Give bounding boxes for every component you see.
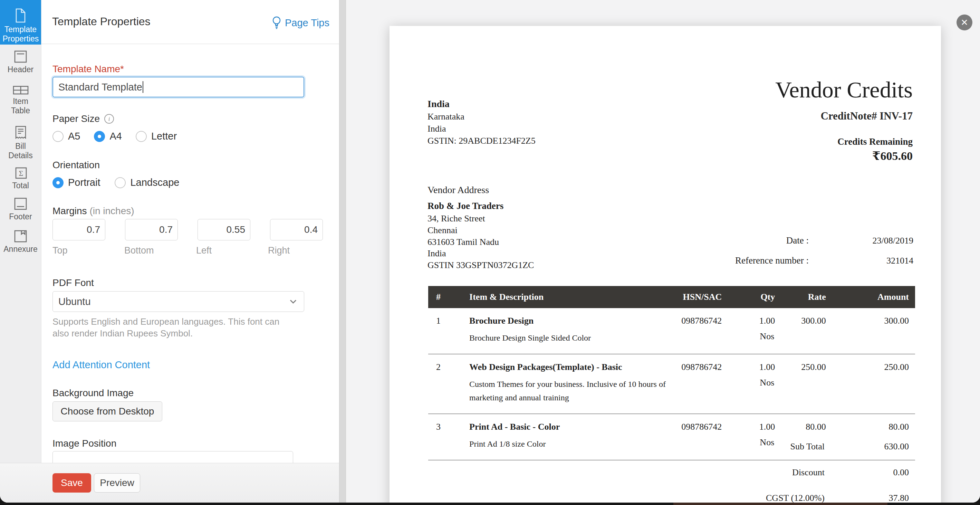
item-qty: 1.00	[726, 362, 775, 372]
template-name-label: Template Name*	[52, 64, 124, 75]
document-title: Vendor Credits	[775, 78, 913, 102]
sidebar-item-item-table[interactable]: Item Table	[0, 86, 41, 115]
cgst-label: CGST (12.00%)	[766, 493, 825, 503]
margin-right-input[interactable]: 0.4	[270, 219, 323, 241]
margin-left-input[interactable]: 0.55	[197, 219, 250, 241]
item-unit: Nos	[726, 378, 775, 388]
orientation-label: Orientation	[52, 159, 100, 170]
info-icon[interactable]: i	[104, 114, 114, 124]
sidebar-item-label: Template Properties	[3, 25, 39, 43]
sidebar-item-footer[interactable]: Footer	[0, 198, 41, 221]
choose-from-desktop-button[interactable]: Choose from Desktop	[52, 401, 162, 421]
col-header-amount: Amount	[829, 286, 915, 308]
item-qty: 1.00	[726, 316, 775, 326]
pdf-font-select[interactable]: Ubuntu	[52, 291, 304, 312]
vendor-address-line: 34, Riche Street	[428, 213, 534, 225]
preview-button[interactable]: Preview	[94, 473, 140, 492]
radio-a5[interactable]: A5	[52, 131, 80, 142]
line-items-table: # Item & Description HSN/SAC Qty Rate Am…	[428, 286, 915, 460]
item-qty: 1.00	[726, 422, 775, 432]
vendor-gstin: GSTIN 33GSPTN0372G1ZC	[428, 260, 534, 271]
item-name: Web Design Packages(Template) - Basic	[469, 362, 671, 372]
svg-text:i: i	[108, 116, 110, 122]
radio-checked-icon	[94, 131, 105, 142]
sidebar-item-label: Header	[3, 65, 39, 74]
item-name: Brochure Design	[469, 316, 671, 326]
radio-portrait[interactable]: Portrait	[52, 177, 100, 188]
sidebar-item-annexure[interactable]: Annexure	[0, 230, 41, 254]
margin-top-input[interactable]: 0.7	[52, 219, 105, 241]
sidebar-item-total[interactable]: Σ Total	[0, 167, 41, 190]
radio-landscape[interactable]: Landscape	[115, 177, 179, 188]
sidebar-item-label: Footer	[3, 212, 39, 221]
margin-inputs: 0.7 0.7 0.55 0.4	[52, 219, 323, 241]
panel-scrollbar[interactable]	[339, 0, 346, 503]
subtotal-label: Sub Total	[790, 441, 825, 452]
item-description: Print Ad 1/8 size Color	[469, 437, 671, 451]
lightbulb-icon	[272, 16, 282, 30]
margins-label: Margins (in inches)	[52, 206, 134, 217]
radio-unchecked-icon	[136, 131, 147, 142]
sidebar-item-label: Item Table	[3, 97, 39, 115]
header-icon	[0, 51, 41, 63]
item-description: Custom Themes for your business. Inclusi…	[469, 378, 671, 405]
item-table-icon	[0, 86, 41, 95]
col-header-hsn: HSN/SAC	[672, 286, 726, 308]
add-attention-content-link[interactable]: Add Attention Content	[52, 359, 150, 371]
date-value: 23/08/2019	[873, 236, 913, 246]
panel-title: Template Properties	[52, 15, 151, 28]
radio-checked-icon	[52, 177, 64, 188]
reference-number-label: Reference number :	[735, 255, 809, 266]
svg-text:Σ: Σ	[19, 169, 24, 178]
vendor-address-label: Vendor Address	[428, 185, 489, 196]
page-tips-label: Page Tips	[285, 17, 329, 29]
reference-number-value: 321014	[886, 256, 913, 266]
org-country: India	[428, 99, 450, 110]
paper-size-label: Paper Size i	[52, 113, 114, 124]
org-address-line: India	[428, 123, 536, 135]
vendor-address-line: Chennai	[428, 225, 534, 236]
margin-field-names: Top Bottom Left Right	[52, 245, 320, 256]
table-row: 1 Brochure Design Brochure Design Single…	[428, 308, 915, 354]
pdf-font-value: Ubuntu	[58, 296, 91, 307]
pdf-preview-area: ✕ India Karnataka India GSTIN: 29ABCDE12…	[346, 0, 980, 503]
sidebar-item-bill-details[interactable]: Bill Details	[0, 126, 41, 160]
credit-note-number: CreditNote# INV-17	[821, 110, 913, 122]
close-button[interactable]: ✕	[956, 14, 972, 30]
template-editor-modal: Template Properties Header Item Table Bi…	[0, 0, 980, 503]
vendor-address-line: 631603 Tamil Nadu	[428, 236, 534, 248]
col-header-rate: Rate	[780, 286, 829, 308]
item-name: Print Ad - Basic - Color	[469, 422, 671, 432]
vendor-address: 34, Riche Street Chennai 631603 Tamil Na…	[428, 213, 534, 271]
col-header-qty: Qty	[726, 286, 780, 308]
item-unit: Nos	[726, 331, 775, 342]
sidebar-item-label: Total	[3, 181, 39, 190]
credits-remaining-value: ₹605.60	[872, 149, 913, 163]
credits-remaining-label: Credits Remaining	[837, 137, 913, 147]
orientation-radio-group: Portrait Landscape	[52, 177, 179, 188]
radio-a4[interactable]: A4	[94, 131, 122, 142]
margin-bottom-input[interactable]: 0.7	[125, 219, 178, 241]
panel-header: Template Properties Page Tips	[41, 0, 339, 44]
sidebar-item-label: Annexure	[3, 245, 39, 254]
page-tips-link[interactable]: Page Tips	[272, 16, 329, 30]
template-properties-icon	[0, 0, 41, 23]
table-row: 3 Print Ad - Basic - Color Print Ad 1/8 …	[428, 414, 915, 460]
save-button[interactable]: Save	[52, 473, 91, 492]
bill-details-icon	[0, 126, 41, 140]
table-row: 2 Web Design Packages(Template) - Basic …	[428, 354, 915, 414]
image-position-select[interactable]	[52, 451, 293, 463]
item-description: Brochure Design Single Sided Color	[469, 331, 671, 345]
sidebar-item-template-properties[interactable]: Template Properties	[0, 0, 41, 45]
footer-icon	[0, 198, 41, 210]
radio-unchecked-icon	[115, 177, 126, 188]
sidebar-item-header[interactable]: Header	[0, 51, 41, 74]
template-name-input[interactable]: Standard Template	[52, 77, 304, 97]
radio-letter[interactable]: Letter	[136, 131, 177, 142]
date-label: Date :	[786, 235, 809, 246]
panel-body: Template Name* Standard Template Paper S…	[41, 44, 339, 463]
discount-value: 0.00	[893, 467, 909, 478]
sidebar-item-label: Bill Details	[3, 142, 39, 160]
document-paper: India Karnataka India GSTIN: 29ABCDE1234…	[390, 26, 941, 503]
paper-size-radio-group: A5 A4 Letter	[52, 131, 177, 142]
